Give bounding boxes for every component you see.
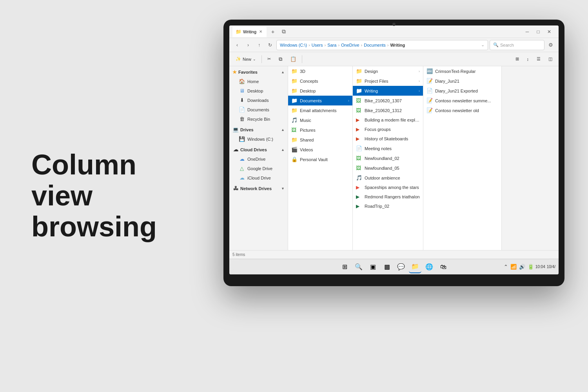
search-box[interactable]: 🔍 Search: [490, 40, 544, 50]
col2-item-spaceships[interactable]: ▶ Spaceships among the stars: [353, 183, 423, 192]
cloud-drives-header[interactable]: ☁ Cloud Drives ▲: [229, 145, 288, 154]
edge-button[interactable]: 🌐: [423, 261, 436, 273]
col2-item-newf05[interactable]: 🖼 Newfoundland_05: [353, 163, 423, 173]
file-spaceships-icon: ▶: [356, 185, 362, 190]
col2-item-writing[interactable]: 📁 Writing ›: [353, 86, 423, 96]
sidebar-item-onedrive[interactable]: ☁ OneDrive: [231, 154, 286, 163]
wifi-icon[interactable]: 📶: [510, 264, 517, 270]
folder-concepts-icon: 📁: [291, 78, 298, 84]
sidebar-item-recycle-bin[interactable]: 🗑 Recycle Bin: [231, 114, 286, 123]
file-explorer-button[interactable]: 📁: [409, 261, 421, 273]
close-button[interactable]: ✕: [546, 29, 552, 34]
col2-item-bike1[interactable]: 🖼 Bike_210620_1307: [353, 96, 423, 105]
start-button[interactable]: ⊞: [338, 261, 351, 273]
sidebar-item-icloud[interactable]: ☁ iCloud Drive: [231, 173, 286, 182]
col3-item-diary-jun21[interactable]: 📝 Diary_Jun21: [423, 76, 501, 86]
col1-documents-arrow: ›: [348, 99, 349, 103]
cut-button[interactable]: ✂: [264, 55, 274, 63]
store-button[interactable]: 🛍: [437, 261, 450, 273]
new-tab-button[interactable]: +: [268, 27, 278, 36]
maximize-button[interactable]: □: [535, 29, 541, 34]
col2-item-meeting[interactable]: 📄 Meeting notes: [353, 143, 423, 153]
sidebar-item-downloads[interactable]: ⬇ Downloads: [231, 96, 286, 105]
col3-item-contoso-old[interactable]: 📝 Contoso newsletter old: [423, 105, 501, 115]
copy-button[interactable]: ⧉: [276, 54, 285, 64]
tab-close-button[interactable]: ✕: [258, 29, 263, 34]
sidebar-item-google-drive[interactable]: △ Google Drive: [231, 164, 286, 173]
col2-item-design[interactable]: 📁 Design ›: [353, 66, 423, 76]
col2-item-bike2[interactable]: 🖼 Bike_210620_1312: [353, 105, 423, 115]
view-options-button[interactable]: ☰: [534, 55, 544, 63]
search-button[interactable]: 🔍: [352, 261, 365, 273]
file-contoso-old-icon: 📝: [426, 107, 433, 113]
tab-title: Writing: [243, 29, 256, 34]
sidebar-item-downloads-label: Downloads: [247, 98, 269, 103]
folder-videos-icon: 🎬: [291, 147, 298, 152]
col1-concepts-label: Concepts: [300, 79, 349, 83]
sidebar-item-home[interactable]: 🏠 Home: [231, 77, 286, 86]
col1-item-documents[interactable]: 📁 Documents ›: [288, 96, 352, 105]
teams-button[interactable]: 💬: [395, 261, 407, 273]
drives-header[interactable]: 💻 Drives ▲: [229, 125, 288, 134]
col1-item-concepts[interactable]: 📁 Concepts: [288, 76, 352, 86]
window-tab[interactable]: 📁 Writing ✕: [232, 26, 267, 37]
view-options-icon: ☰: [537, 56, 541, 62]
search-icon: 🔍: [493, 42, 499, 47]
file-crimson-icon: 🔤: [426, 68, 433, 74]
col1-item-3d[interactable]: 📁 3D: [288, 66, 352, 76]
sidebar-item-documents[interactable]: 📄 Documents: [231, 105, 286, 114]
taskbar-search-icon: 🔍: [355, 263, 363, 270]
col1-item-pictures[interactable]: 🖼 Pictures: [288, 125, 352, 135]
clock-time[interactable]: 10:04: [535, 265, 545, 269]
task-view-button[interactable]: ▣: [367, 261, 379, 273]
col1-desktop-label: Desktop: [300, 89, 349, 93]
col2-item-redmond[interactable]: ▶ Redmond Rangers triathalon: [353, 192, 423, 201]
minimize-button[interactable]: ─: [524, 29, 530, 34]
col1-item-shared[interactable]: 📁 Shared: [288, 135, 352, 145]
col3-item-diary-exported[interactable]: 📄 Diary_Jun21 Exported: [423, 86, 501, 96]
paste-icon: 📋: [290, 56, 296, 62]
drives-chevron: ▲: [281, 128, 285, 132]
col3-item-contoso-new[interactable]: 📝 Contoso newsletter summe...: [423, 96, 501, 105]
paste-button[interactable]: 📋: [287, 54, 299, 64]
refresh-button[interactable]: ↻: [265, 40, 275, 50]
col1-item-music[interactable]: 🎵 Music: [288, 115, 352, 125]
network-header[interactable]: 🖧 Network Drives ▼: [229, 184, 288, 193]
col2-newf02-label: Newfoundland_02: [365, 156, 420, 161]
sidebar-item-desktop[interactable]: 🖥 Desktop: [231, 86, 286, 95]
col1-item-videos[interactable]: 🎬 Videos: [288, 145, 352, 154]
col2-item-project-files[interactable]: 📁 Project Files ›: [353, 76, 423, 86]
col1-item-email[interactable]: 📁 Email attatchments: [288, 105, 352, 115]
breadcrumb-bar[interactable]: Windows (C:\) › Users › Sara › OneDrive …: [276, 40, 488, 50]
taskbar: ⊞ 🔍 ▣ ▩ 💬 📁 🌐: [229, 259, 559, 274]
col2-item-roadtrip[interactable]: ▶ RoadTrip_02: [353, 201, 423, 211]
battery-icon[interactable]: 🔋: [528, 264, 534, 270]
col3-item-crimson[interactable]: 🔤 CrimsonText-Regular: [423, 66, 501, 76]
sidebar-item-windows-c[interactable]: 💾 Windows (C:): [231, 134, 286, 143]
details-pane-button[interactable]: ◫: [545, 55, 555, 63]
col2-item-focus[interactable]: ▶ Focus groups: [353, 125, 423, 134]
favorites-section: ★ Favorites ▲ 🏠 Home 🖥 Desktop ⬇ Dow: [229, 68, 288, 123]
back-button[interactable]: ‹: [232, 40, 242, 50]
widgets-button[interactable]: ▩: [381, 261, 393, 273]
col1-item-personal-vault[interactable]: 🔒 Personal Vault: [288, 154, 352, 164]
view-toggle-button[interactable]: ⊞: [512, 55, 522, 63]
network-icon: 🖧: [232, 185, 239, 191]
new-label: New: [243, 57, 251, 62]
col2-item-newf02[interactable]: 🖼 Newfoundland_02: [353, 153, 423, 163]
volume-icon[interactable]: 🔊: [519, 264, 525, 270]
sort-button[interactable]: ↕: [524, 55, 532, 63]
chevron-tray-icon[interactable]: ⌃: [504, 264, 508, 270]
bc-windows[interactable]: Windows (C:\): [280, 43, 307, 47]
col2-item-building[interactable]: ▶ Building a modern file explor...: [353, 115, 423, 125]
column-1: 📁 3D 📁 Concepts 📁 Desktop 📁 Documents: [288, 66, 353, 250]
favorites-header[interactable]: ★ Favorites ▲: [229, 68, 288, 76]
up-button[interactable]: ↑: [254, 40, 264, 50]
col2-item-outdoor[interactable]: 🎵 Outdoor ambience: [353, 173, 423, 183]
tab-manager-button[interactable]: ⧉: [279, 27, 289, 36]
forward-button[interactable]: ›: [243, 40, 253, 50]
settings-button[interactable]: ⚙: [546, 40, 555, 50]
new-button[interactable]: ✨ New ⌄: [232, 55, 259, 63]
col2-item-history[interactable]: ▶ History of Skateboards: [353, 134, 423, 143]
col1-item-desktop[interactable]: 📁 Desktop: [288, 86, 352, 96]
